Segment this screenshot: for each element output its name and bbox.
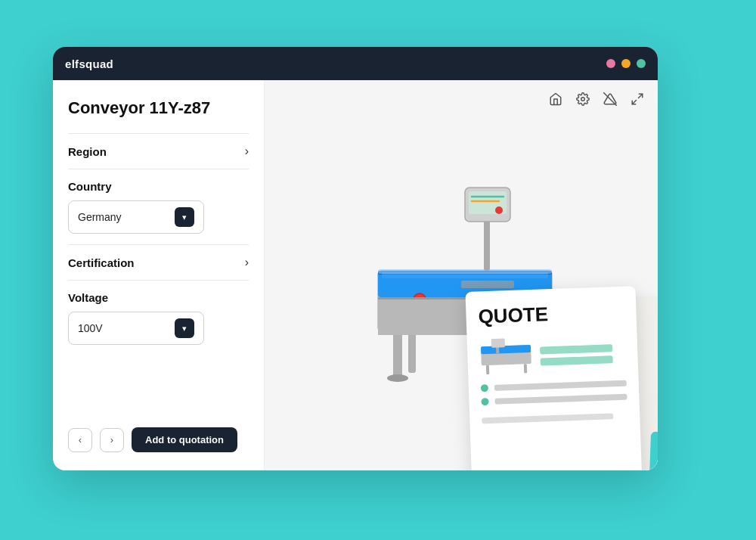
certification-label: Certification xyxy=(68,256,135,269)
quote-bullet-2 xyxy=(481,398,488,405)
quote-doc-lower xyxy=(481,380,628,424)
country-dropdown-arrow-icon: ▾ xyxy=(175,207,194,227)
content-area: Conveyor 11Y-z87 Region › Country German… xyxy=(53,80,658,470)
certification-row[interactable]: Certification › xyxy=(68,244,249,280)
quote-line-1 xyxy=(540,344,612,354)
voltage-section: Voltage 100V ▾ xyxy=(68,280,249,355)
voltage-label: Voltage xyxy=(68,291,249,304)
signature-overlay xyxy=(649,432,658,470)
quote-doc-main: QUOTE xyxy=(465,286,642,470)
quote-line-2 xyxy=(541,355,613,365)
country-label: Country xyxy=(68,180,249,193)
svg-point-20 xyxy=(495,206,503,214)
close-dot[interactable] xyxy=(606,59,615,68)
voltage-dropdown[interactable]: 100V ▾ xyxy=(68,312,204,345)
image-area: QUOTE xyxy=(265,80,658,470)
fullscreen-icon[interactable] xyxy=(629,91,646,107)
quote-bullet-line-2 xyxy=(494,394,627,405)
svg-point-0 xyxy=(581,98,585,101)
region-row[interactable]: Region › xyxy=(68,133,249,169)
signature-icon xyxy=(657,439,658,470)
expand-dot[interactable] xyxy=(637,59,646,68)
svg-rect-8 xyxy=(378,269,552,274)
svg-line-2 xyxy=(639,94,643,98)
svg-rect-28 xyxy=(491,338,505,348)
browser-window: elfsquad Conveyor 11Y-z87 Region › Count… xyxy=(53,47,658,470)
quote-footer-line xyxy=(482,413,613,424)
product-title: Conveyor 11Y-z87 xyxy=(68,98,249,118)
svg-rect-9 xyxy=(393,331,402,377)
quote-bullet-1 xyxy=(481,384,488,392)
region-chevron-icon: › xyxy=(245,144,249,158)
svg-rect-11 xyxy=(408,331,416,373)
quote-mini-image xyxy=(479,337,534,377)
window-controls xyxy=(606,59,646,68)
next-button[interactable]: › xyxy=(100,428,124,452)
toolbar-icons xyxy=(547,91,646,107)
country-dropdown[interactable]: Germany ▾ xyxy=(68,200,204,234)
svg-point-13 xyxy=(387,374,408,382)
country-section: Country Germany ▾ xyxy=(68,169,249,244)
minimize-dot[interactable] xyxy=(621,59,631,68)
settings-icon[interactable] xyxy=(575,91,591,107)
svg-rect-30 xyxy=(524,364,527,373)
quote-bullet-row-2 xyxy=(481,393,627,406)
quote-bullet-line-1 xyxy=(494,380,627,391)
certification-chevron-icon: › xyxy=(245,256,249,269)
quote-bullet-row-1 xyxy=(481,380,627,393)
region-label: Region xyxy=(68,145,107,158)
country-value: Germany xyxy=(78,211,122,223)
left-panel: Conveyor 11Y-z87 Region › Country German… xyxy=(53,80,265,470)
brand-label: elfsquad xyxy=(65,57,113,70)
voltage-value: 100V xyxy=(78,322,103,334)
home-icon[interactable] xyxy=(547,91,564,107)
bottom-controls: ‹ › Add to quotation xyxy=(68,412,249,452)
quote-title-text: QUOTE xyxy=(478,300,624,329)
svg-rect-29 xyxy=(486,365,489,374)
quote-image-row xyxy=(479,334,627,377)
quote-documents: QUOTE xyxy=(469,289,658,470)
svg-line-3 xyxy=(632,101,636,104)
voltage-dropdown-arrow-icon: ▾ xyxy=(175,318,194,338)
scene: elfsquad Conveyor 11Y-z87 Region › Count… xyxy=(53,47,703,493)
prev-button[interactable]: ‹ xyxy=(68,428,92,452)
title-bar: elfsquad xyxy=(53,47,658,80)
bookmark-icon[interactable] xyxy=(602,91,618,107)
svg-rect-24 xyxy=(461,281,514,288)
add-to-quotation-button[interactable]: Add to quotation xyxy=(132,427,237,452)
